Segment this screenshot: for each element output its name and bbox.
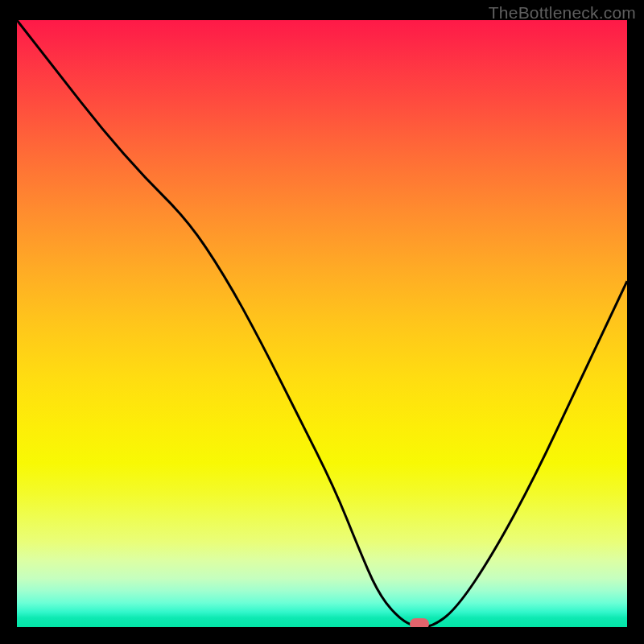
chart-frame: TheBottleneck.com — [0, 0, 644, 644]
bottleneck-curve-path — [17, 20, 627, 627]
optimal-marker — [410, 618, 429, 627]
plot-area — [17, 20, 627, 627]
curve-svg — [17, 20, 627, 627]
watermark-text: TheBottleneck.com — [489, 3, 636, 23]
